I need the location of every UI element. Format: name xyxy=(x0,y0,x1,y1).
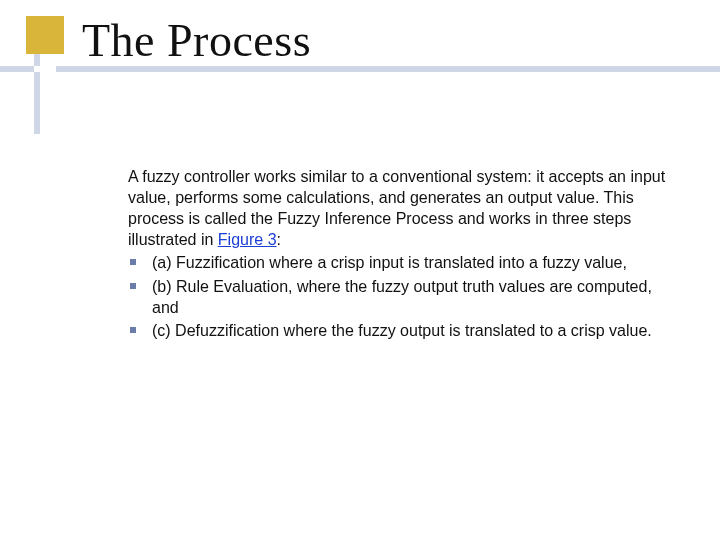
list-item: (c) Defuzzification where the fuzzy outp… xyxy=(128,320,668,341)
bullet-icon xyxy=(130,283,136,289)
accent-gap xyxy=(34,66,40,72)
accent-bar-left xyxy=(0,66,38,72)
intro-suffix: : xyxy=(277,231,281,248)
figure-link[interactable]: Figure 3 xyxy=(218,231,277,248)
bullet-list: (a) Fuzzification where a crisp input is… xyxy=(128,252,668,340)
intro-paragraph: A fuzzy controller works similar to a co… xyxy=(128,166,668,250)
slide-body: A fuzzy controller works similar to a co… xyxy=(128,166,668,341)
slide: The Process A fuzzy controller works sim… xyxy=(0,0,720,540)
accent-square xyxy=(26,16,64,54)
list-item-text: (b) Rule Evaluation, where the fuzzy out… xyxy=(152,278,652,316)
slide-title: The Process xyxy=(82,14,311,67)
list-item: (a) Fuzzification where a crisp input is… xyxy=(128,252,668,273)
bullet-icon xyxy=(130,259,136,265)
list-item-text: (a) Fuzzification where a crisp input is… xyxy=(152,254,627,271)
list-item: (b) Rule Evaluation, where the fuzzy out… xyxy=(128,276,668,318)
list-item-text: (c) Defuzzification where the fuzzy outp… xyxy=(152,322,652,339)
bullet-icon xyxy=(130,327,136,333)
intro-text: A fuzzy controller works similar to a co… xyxy=(128,168,665,248)
